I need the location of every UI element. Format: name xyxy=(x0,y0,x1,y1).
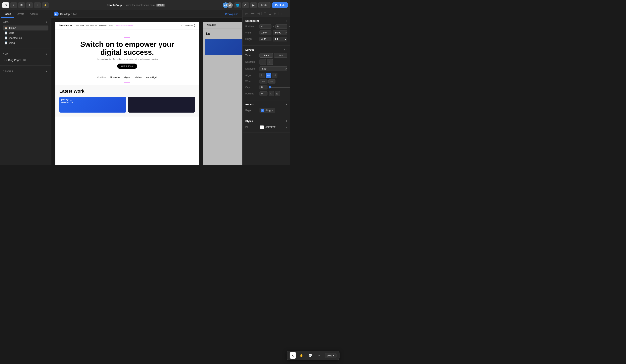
website-latest-work: Latest Work Data QualityPlatform For Dat… xyxy=(55,85,199,116)
nav-link-services[interactable]: Our Services xyxy=(86,25,97,27)
web-section-title: Web xyxy=(3,21,9,24)
latest-work-title: Latest Work xyxy=(59,89,195,94)
align-bottom-button[interactable]: ⊨ xyxy=(273,12,277,16)
cms-section: CMS + ⬡ Blog Pages 3 xyxy=(0,50,51,64)
cms-icon: ⬡ xyxy=(4,59,6,62)
add-page-button[interactable]: + xyxy=(44,20,48,24)
position-x-input[interactable] xyxy=(260,24,272,29)
breakpoint-title: Breakpoint xyxy=(245,19,259,22)
page-label: Page xyxy=(245,109,258,112)
width-type-select[interactable]: Fixed Fill Hug xyxy=(273,30,287,35)
stack-button-layout[interactable]: Stack xyxy=(260,53,273,58)
page-link-remove-button[interactable]: × xyxy=(272,109,274,112)
position-row: Position X Y xyxy=(245,24,287,29)
page-item-label-blog: /blog xyxy=(9,41,15,44)
align-center-h-button[interactable]: ⟺ xyxy=(250,12,255,16)
grid-button-layout[interactable]: Grid xyxy=(274,53,287,58)
styles-add-button[interactable]: + xyxy=(286,119,287,122)
align-center-v-button[interactable]: ⊥ xyxy=(268,12,272,16)
tab-assets[interactable]: Assets xyxy=(27,10,40,18)
cms-item-blog-pages[interactable]: ⬡ Blog Pages 3 xyxy=(3,58,48,63)
canvas-device-size: 1440 xyxy=(71,13,77,16)
wrap-buttons: Yes No xyxy=(260,79,275,83)
align-top-button[interactable]: ⊤ xyxy=(263,12,267,16)
layout-collapse-button[interactable]: − xyxy=(286,48,287,51)
gap-input[interactable] xyxy=(260,85,268,89)
distribute-row: Distribute Start Center End Space Betwee… xyxy=(245,66,287,71)
avatar-ns[interactable]: NS xyxy=(227,2,233,8)
wrap-yes-button[interactable]: Yes xyxy=(260,79,268,83)
settings-button[interactable]: ⚙ xyxy=(242,2,249,8)
distribute-v-button[interactable]: — xyxy=(284,12,288,16)
page-item-contact[interactable]: 📄 /contact-us xyxy=(3,36,48,40)
brand-digna: digna. xyxy=(124,76,131,78)
direction-horizontal-button[interactable]: ↔ xyxy=(260,59,266,65)
page-link-tag: + /blog × xyxy=(260,108,275,113)
cta-button[interactable]: LET'S TALK xyxy=(117,64,137,69)
add-cms-button[interactable]: + xyxy=(44,52,48,56)
padding-individual-button[interactable]: □ xyxy=(269,91,274,96)
canvas-viewport: Noodlesoup Our Work Our Services About U… xyxy=(51,18,242,165)
padding-linked-button[interactable]: ⊞ xyxy=(275,91,280,96)
align-right-edge-button[interactable]: ⊣ xyxy=(257,12,261,16)
canvas-section: Canvas + xyxy=(0,67,51,76)
nav-link-our-work[interactable]: Our Work xyxy=(76,25,84,27)
height-type-select[interactable]: Fit Fixed Fill xyxy=(273,37,287,41)
align-left-edge-button[interactable]: ⊢ xyxy=(244,12,248,16)
direction-vertical-button[interactable]: ↕ xyxy=(267,59,273,65)
wrap-no-button[interactable]: No xyxy=(268,79,275,83)
grid-button[interactable]: ⊞ xyxy=(18,2,25,8)
website-preview-main: Noodlesoup Our Work Our Services About U… xyxy=(55,22,199,165)
layout-info-icon[interactable]: ℹ xyxy=(284,48,285,51)
page-item-blog[interactable]: 📄 /blog xyxy=(3,40,48,45)
contact-us-button[interactable]: Contact Us xyxy=(182,24,195,27)
hero-title: Switch on to empower your digital succes… xyxy=(77,40,177,56)
distribute-h-button[interactable]: ⫾ xyxy=(280,12,283,16)
nav-link-about[interactable]: About Us xyxy=(99,25,107,27)
add-canvas-button[interactable]: + xyxy=(44,70,48,73)
align-start-button[interactable]: ⊢ xyxy=(260,73,265,78)
tab-pages[interactable]: Pages xyxy=(1,10,14,18)
gap-slider[interactable] xyxy=(269,87,290,88)
stack-button[interactable]: ≡ xyxy=(34,2,41,8)
gap-label: Gap xyxy=(245,86,258,89)
distribute-select[interactable]: Start Center End Space Between xyxy=(260,66,287,71)
publish-button[interactable]: Publish xyxy=(272,2,288,8)
website-nav-2: Noodles xyxy=(203,22,242,29)
align-label: Align xyxy=(245,74,258,77)
text-button[interactable]: T xyxy=(26,2,33,8)
nav-link-pdf[interactable]: Download PDF Profile xyxy=(115,25,133,27)
globe-button[interactable]: 🌐 xyxy=(234,2,241,8)
canvas-play-button[interactable]: ▶ xyxy=(54,12,59,16)
height-input[interactable] xyxy=(260,37,272,41)
position-y-input[interactable] xyxy=(275,24,287,29)
logo-button[interactable]: ⬡ xyxy=(2,2,9,8)
play-button[interactable]: ▶ xyxy=(250,2,257,8)
tab-layers[interactable]: Layers xyxy=(14,10,27,18)
invite-button[interactable]: Invite xyxy=(258,2,271,8)
cms-item-label: Blog Pages xyxy=(8,59,22,62)
website-nav: Noodlesoup Our Work Our Services About U… xyxy=(55,22,199,30)
y-separator: Y xyxy=(289,25,290,28)
breakpoint-button[interactable]: Breakpoint + xyxy=(225,13,240,16)
width-input[interactable] xyxy=(260,31,272,35)
page-item-404[interactable]: 📄 /404 xyxy=(3,31,48,36)
fill-row: Fill #FFFFFF × xyxy=(245,125,287,130)
website-preview-secondary: Noodles La xyxy=(203,22,242,165)
nav-link-blog[interactable]: Blog xyxy=(109,25,113,27)
align-end-button[interactable]: ⊣ xyxy=(272,73,277,78)
website-nav-links: Our Work Our Services About Us Blog Down… xyxy=(76,25,133,27)
padding-input[interactable] xyxy=(260,91,268,96)
alignment-toolbar: ⊢ ⟺ ⊣ ⊤ ⊥ ⊨ ⫾ — xyxy=(242,10,290,17)
add-element-button[interactable]: + xyxy=(10,2,17,8)
fill-color-swatch[interactable] xyxy=(260,125,264,129)
align-center-button[interactable]: ⟺ xyxy=(266,73,271,78)
breakpoint-info-icon[interactable]: ℹ xyxy=(286,20,287,22)
wrap-row: Wrap Yes No xyxy=(245,79,287,83)
page-item-home[interactable]: 🏠 Home xyxy=(3,26,48,31)
fill-remove-button[interactable]: × xyxy=(286,126,287,129)
padding-controls: □ ⊞ xyxy=(269,91,280,96)
bolt-button[interactable]: ⚡ xyxy=(42,2,49,8)
website-brands: Cuddles Moonshot digna. visible. nano ki… xyxy=(55,73,199,82)
effects-expand-button[interactable]: + xyxy=(286,103,287,106)
